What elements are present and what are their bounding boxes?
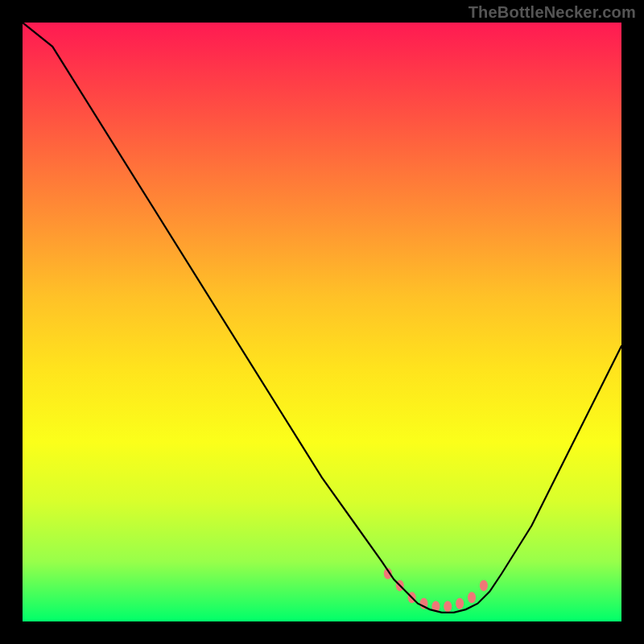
curve-marker — [468, 592, 476, 603]
curve-marker — [456, 598, 464, 609]
plot-area — [23, 23, 621, 621]
attribution-label: TheBottleNecker.com — [469, 3, 636, 22]
curve-marker — [444, 601, 452, 612]
curve-marker — [480, 580, 488, 591]
chart-svg — [23, 23, 621, 621]
chart-container: TheBottleNecker.com — [0, 0, 644, 644]
curve-line — [23, 23, 621, 613]
